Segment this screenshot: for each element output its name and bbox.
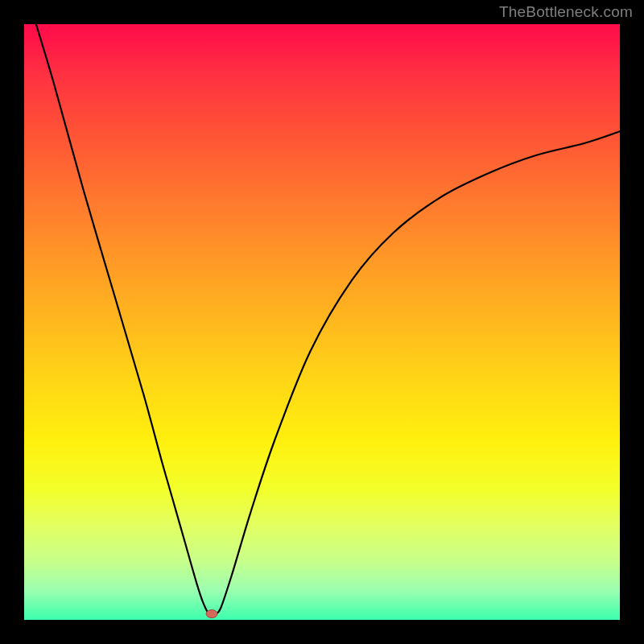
plot-area — [24, 24, 620, 620]
watermark-text: TheBottleneck.com — [499, 3, 633, 21]
bottleneck-curve-path — [36, 24, 620, 615]
chart-frame: TheBottleneck.com — [0, 0, 644, 644]
minimum-marker — [206, 610, 217, 618]
curve-svg — [24, 24, 620, 620]
